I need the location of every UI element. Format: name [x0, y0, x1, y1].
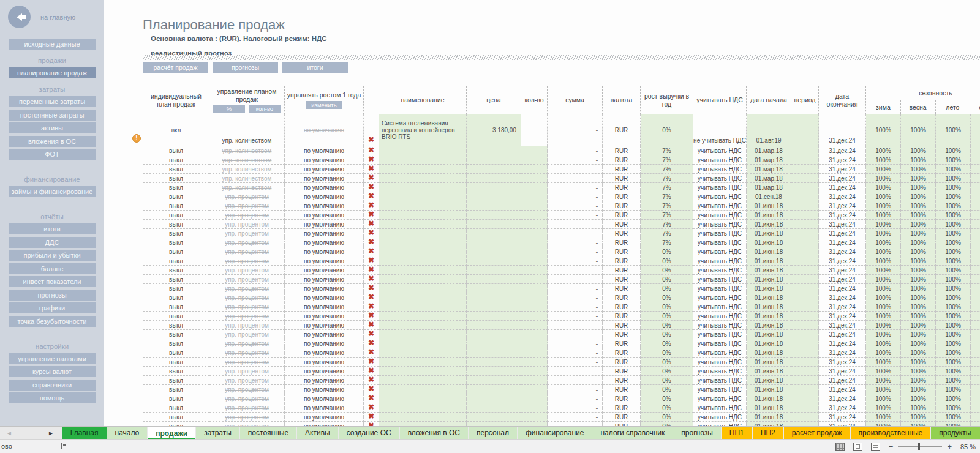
- cell-s0[interactable]: 100%: [866, 284, 901, 293]
- cell-period[interactable]: [791, 394, 819, 403]
- cell-start[interactable]: 01.июн.18: [747, 211, 791, 220]
- cell-s0[interactable]: 100%: [866, 348, 901, 358]
- cell-end[interactable]: 31.дек.24: [819, 201, 866, 211]
- cell-s1[interactable]: 100%: [901, 211, 936, 220]
- cell-x[interactable]: ✖: [364, 339, 379, 348]
- cell-s1[interactable]: 100%: [901, 321, 936, 330]
- sidebar-item-управление налогами[interactable]: управление налогами: [9, 353, 96, 364]
- cell-cur[interactable]: RUR: [603, 238, 641, 247]
- cell-s1[interactable]: 100%: [901, 312, 936, 321]
- cell-sum[interactable]: -: [548, 247, 603, 256]
- cell-s1[interactable]: 100%: [901, 165, 936, 174]
- cell-s3[interactable]: 100%: [971, 174, 980, 183]
- cell-s1[interactable]: 100%: [901, 284, 936, 293]
- cell-s0[interactable]: 100%: [866, 229, 901, 238]
- cell-name[interactable]: [379, 229, 467, 238]
- cell-cur[interactable]: RUR: [603, 201, 641, 211]
- cell-vat[interactable]: учитывать НДС: [693, 321, 747, 330]
- cell-vat[interactable]: учитывать НДС: [693, 339, 747, 348]
- cell-ind[interactable]: выкл: [143, 339, 209, 348]
- cell-cur[interactable]: RUR: [603, 348, 641, 358]
- cell-name[interactable]: [379, 174, 467, 183]
- cell-s1[interactable]: 100%: [901, 192, 936, 201]
- cell-cur[interactable]: RUR: [603, 275, 641, 284]
- cell-price[interactable]: [467, 183, 521, 192]
- cell-cur[interactable]: RUR: [603, 367, 641, 376]
- cell-mgmt[interactable]: упр. процентом: [209, 266, 285, 275]
- cell-growth[interactable]: по умолчанию: [285, 394, 364, 403]
- cell-x[interactable]: ✖: [364, 146, 379, 155]
- cell-growth[interactable]: по умолчанию: [285, 220, 364, 229]
- cell-vat[interactable]: учитывать НДС: [693, 367, 747, 376]
- cell-period[interactable]: [791, 146, 819, 155]
- cell-growth[interactable]: по умолчанию: [285, 165, 364, 174]
- cell-cur[interactable]: RUR: [603, 146, 641, 155]
- cell-growth[interactable]: по умолчанию: [285, 321, 364, 330]
- cell-mgmt[interactable]: упр. процентом: [209, 201, 285, 211]
- cell-name[interactable]: [379, 403, 467, 413]
- cell-cur[interactable]: RUR: [603, 413, 641, 422]
- sheet-tab-прогнозы[interactable]: прогнозы: [673, 427, 721, 439]
- cell-s1[interactable]: 100%: [901, 155, 936, 165]
- action-button-расчёт продаж[interactable]: расчёт продаж: [143, 62, 208, 73]
- cell-qty[interactable]: [521, 302, 548, 312]
- cell-cur[interactable]: RUR: [603, 266, 641, 275]
- sidebar-item-инвест показатели[interactable]: инвест показатели: [9, 276, 96, 287]
- cell-s1[interactable]: 100%: [901, 201, 936, 211]
- sheet-tab-персонал[interactable]: персонал: [469, 427, 517, 439]
- cell-s2[interactable]: 100%: [936, 229, 971, 238]
- cell-grow[interactable]: 0%: [641, 284, 693, 293]
- sidebar-item-ФОТ[interactable]: ФОТ: [9, 149, 96, 160]
- header-button-%[interactable]: %: [213, 105, 245, 113]
- cell-cur[interactable]: RUR: [603, 376, 641, 385]
- cell-growth[interactable]: по умолчанию: [285, 256, 364, 266]
- cell-s1[interactable]: 100%: [901, 266, 936, 275]
- cell-sum[interactable]: -: [548, 183, 603, 192]
- cell-s3[interactable]: 100%: [971, 201, 980, 211]
- cell-period[interactable]: [791, 403, 819, 413]
- sidebar-item-активы[interactable]: активы: [9, 122, 96, 133]
- cell-s3[interactable]: 100%: [971, 155, 980, 165]
- cell-ind[interactable]: выкл: [143, 385, 209, 394]
- cell-sum[interactable]: -: [548, 174, 603, 183]
- cell-x[interactable]: ✖: [364, 192, 379, 201]
- cell-ind[interactable]: выкл: [143, 174, 209, 183]
- cell-s0[interactable]: 100%: [866, 358, 901, 367]
- sidebar-item-планирование продаж[interactable]: планирование продаж: [9, 67, 96, 78]
- cell-start[interactable]: 01.июн.18: [747, 394, 791, 403]
- cell-vat[interactable]: учитывать НДС: [693, 146, 747, 155]
- cell-growth[interactable]: по умолчанию: [285, 183, 364, 192]
- cell-period[interactable]: [791, 211, 819, 220]
- cell-s2[interactable]: 100%: [936, 284, 971, 293]
- cell-price[interactable]: [467, 165, 521, 174]
- cell-growth[interactable]: по умолчанию: [285, 358, 364, 367]
- cell-end[interactable]: 31.дек.24: [819, 256, 866, 266]
- cell-price[interactable]: [467, 302, 521, 312]
- cell-s0[interactable]: 100%: [866, 321, 901, 330]
- cell-s0[interactable]: 100%: [866, 165, 901, 174]
- cell-qty[interactable]: [521, 256, 548, 266]
- delete-row-icon[interactable]: ✖: [368, 211, 374, 219]
- cell-x[interactable]: ✖: [364, 155, 379, 165]
- cell-end[interactable]: 31.дек.24: [819, 376, 866, 385]
- zoom-in-icon[interactable]: +: [947, 442, 952, 451]
- cell-price[interactable]: [467, 211, 521, 220]
- cell-x[interactable]: ✖: [364, 275, 379, 284]
- cell-mgmt[interactable]: упр. процентом: [209, 348, 285, 358]
- cell-mgmt[interactable]: упр. процентом: [209, 358, 285, 367]
- cell-price[interactable]: [467, 358, 521, 367]
- action-button-прогнозы[interactable]: прогнозы: [213, 62, 278, 73]
- cell-name[interactable]: [379, 339, 467, 348]
- cell-name[interactable]: [379, 238, 467, 247]
- cell-name[interactable]: [379, 183, 467, 192]
- cell-qty[interactable]: [521, 376, 548, 385]
- delete-row-icon[interactable]: ✖: [368, 394, 374, 402]
- cell-ind[interactable]: выкл: [143, 146, 209, 155]
- cell-end[interactable]: 31.дек.24: [819, 247, 866, 256]
- cell-s0[interactable]: 100%: [866, 174, 901, 183]
- delete-row-icon[interactable]: ✖: [368, 247, 374, 255]
- cell-sum[interactable]: -: [548, 266, 603, 275]
- cell-s2[interactable]: 100%: [936, 302, 971, 312]
- sidebar-item-займы и финансирование[interactable]: займы и финансирование: [9, 186, 96, 197]
- cell-s3[interactable]: 100%: [971, 367, 980, 376]
